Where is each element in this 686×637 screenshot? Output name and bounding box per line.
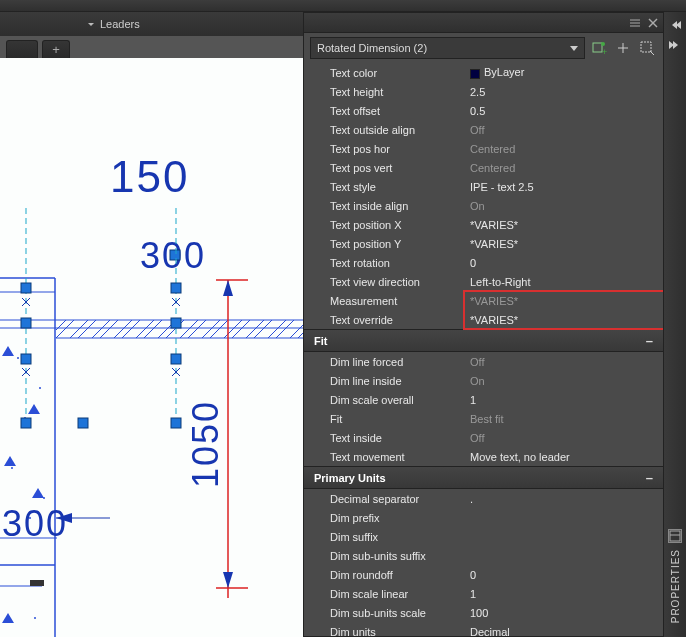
svg-text:+: + <box>602 47 607 56</box>
prop-value[interactable]: Centered <box>466 143 663 155</box>
prop-value[interactable]: 0.5 <box>466 105 663 117</box>
prop-value[interactable]: Off <box>466 356 663 368</box>
prop-text_override[interactable]: Text override*VARIES* <box>304 310 663 329</box>
prop-measurement[interactable]: Measurement*VARIES* <box>304 291 663 310</box>
grip <box>170 250 180 260</box>
dim-1050: 1050 <box>185 400 226 488</box>
collapse-left-icon[interactable] <box>668 18 682 32</box>
svg-point-32 <box>17 357 19 359</box>
prop-text_inside[interactable]: Text insideOff <box>304 428 663 447</box>
prop-dim_sub_units_scale[interactable]: Dim sub-units scale100 <box>304 603 663 622</box>
prop-dim_sub_units_suffix[interactable]: Dim sub-units suffix <box>304 546 663 565</box>
prop-value[interactable]: Decimal <box>466 626 663 637</box>
properties-icon[interactable] <box>668 529 682 543</box>
prop-dim_units[interactable]: Dim unitsDecimal <box>304 622 663 636</box>
prop-text_offset[interactable]: Text offset0.5 <box>304 101 663 120</box>
svg-line-14 <box>114 320 132 338</box>
prop-label: Dim suffix <box>304 531 466 543</box>
panel-close-icon[interactable] <box>645 15 661 31</box>
svg-line-10 <box>70 320 88 338</box>
drawing-tab[interactable] <box>6 40 38 58</box>
prop-value[interactable]: 1 <box>466 394 663 406</box>
prop-value[interactable]: ByLayer <box>466 66 663 78</box>
prop-text_movement[interactable]: Text movementMove text, no leader <box>304 447 663 466</box>
prop-value[interactable]: 2.5 <box>466 86 663 98</box>
prop-value[interactable]: On <box>466 200 663 212</box>
prop-value[interactable]: 100 <box>466 607 663 619</box>
svg-rect-60 <box>171 354 181 364</box>
svg-line-28 <box>268 320 286 338</box>
prop-label: Text style <box>304 181 466 193</box>
prop-text_pos_hor[interactable]: Text pos horCentered <box>304 139 663 158</box>
prop-text_rotation[interactable]: Text rotation0 <box>304 253 663 272</box>
prop-value[interactable]: *VARIES* <box>466 219 663 231</box>
svg-rect-57 <box>21 418 31 428</box>
svg-marker-43 <box>2 613 14 623</box>
prop-dim_suffix[interactable]: Dim suffix <box>304 527 663 546</box>
svg-line-23 <box>232 320 250 338</box>
collapse-right-icon[interactable] <box>668 38 682 52</box>
drawing-area: Leaders + <box>0 12 303 637</box>
prop-value[interactable]: 0 <box>466 257 663 269</box>
prop-text_inside_align[interactable]: Text inside alignOn <box>304 196 663 215</box>
prop-value[interactable]: On <box>466 375 663 387</box>
prop-text_style[interactable]: Text styleIPE - text 2.5 <box>304 177 663 196</box>
prop-label: Text override <box>304 314 466 326</box>
section-primary-units[interactable]: Primary Units– <box>304 466 663 489</box>
svg-line-30 <box>290 325 303 338</box>
svg-line-21 <box>210 320 228 338</box>
prop-value[interactable]: *VARIES* <box>466 314 663 326</box>
svg-marker-48 <box>223 280 233 296</box>
dim-150: 150 <box>110 152 189 201</box>
prop-fit[interactable]: FitBest fit <box>304 409 663 428</box>
svg-marker-76 <box>570 46 578 51</box>
prop-value[interactable]: Off <box>466 124 663 136</box>
prop-value[interactable]: *VARIES* <box>466 295 663 307</box>
pickadd-button[interactable] <box>613 38 633 58</box>
drawing-tab-bar: + <box>0 36 303 58</box>
prop-text_position_x[interactable]: Text position X*VARIES* <box>304 215 663 234</box>
prop-decimal_separator[interactable]: Decimal separator. <box>304 489 663 508</box>
prop-value[interactable]: Left-to-Right <box>466 276 663 288</box>
prop-value[interactable]: . <box>466 493 663 505</box>
section-fit[interactable]: Fit– <box>304 329 663 352</box>
prop-text_position_y[interactable]: Text position Y*VARIES* <box>304 234 663 253</box>
prop-label: Fit <box>304 413 466 425</box>
prop-dim_scale_overall[interactable]: Dim scale overall1 <box>304 390 663 409</box>
panel-menu-icon[interactable] <box>627 15 643 31</box>
quick-select-button[interactable]: + <box>589 38 609 58</box>
prop-dim_roundoff[interactable]: Dim roundoff0 <box>304 565 663 584</box>
selection-type-dropdown[interactable]: Rotated Dimension (2) <box>310 37 585 59</box>
prop-text_view_direction[interactable]: Text view directionLeft-to-Right <box>304 272 663 291</box>
prop-value[interactable]: Centered <box>466 162 663 174</box>
new-tab-button[interactable]: + <box>42 40 70 58</box>
prop-text_height[interactable]: Text height2.5 <box>304 82 663 101</box>
prop-value[interactable]: *VARIES* <box>466 238 663 250</box>
svg-rect-61 <box>171 418 181 428</box>
svg-rect-55 <box>21 318 31 328</box>
prop-text_pos_vert[interactable]: Text pos vertCentered <box>304 158 663 177</box>
ribbon-panel-leaders[interactable]: Leaders <box>0 12 303 36</box>
prop-value[interactable]: IPE - text 2.5 <box>466 181 663 193</box>
prop-dim_line_forced[interactable]: Dim line forcedOff <box>304 352 663 371</box>
properties-tab-label[interactable]: PROPERTIES <box>670 549 681 623</box>
select-objects-button[interactable] <box>637 38 657 58</box>
color-swatch <box>470 69 480 79</box>
prop-value[interactable]: 0 <box>466 569 663 581</box>
svg-marker-41 <box>32 488 44 498</box>
prop-text_outside_align[interactable]: Text outside alignOff <box>304 120 663 139</box>
chevron-down-icon <box>570 42 578 54</box>
prop-value[interactable]: Move text, no leader <box>466 451 663 463</box>
prop-label: Text inside <box>304 432 466 444</box>
prop-text_color[interactable]: Text colorByLayer <box>304 63 663 82</box>
prop-dim_line_inside[interactable]: Dim line insideOn <box>304 371 663 390</box>
prop-dim_prefix[interactable]: Dim prefix <box>304 508 663 527</box>
drawing-canvas[interactable]: 1050 300 300 150 <box>0 58 303 637</box>
svg-line-20 <box>180 320 198 338</box>
prop-value[interactable]: 1 <box>466 588 663 600</box>
prop-value[interactable]: Best fit <box>466 413 663 425</box>
ribbon-group-label: Leaders <box>100 18 140 30</box>
prop-value[interactable]: Off <box>466 432 663 444</box>
svg-marker-40 <box>4 456 16 466</box>
prop-dim_scale_linear[interactable]: Dim scale linear1 <box>304 584 663 603</box>
